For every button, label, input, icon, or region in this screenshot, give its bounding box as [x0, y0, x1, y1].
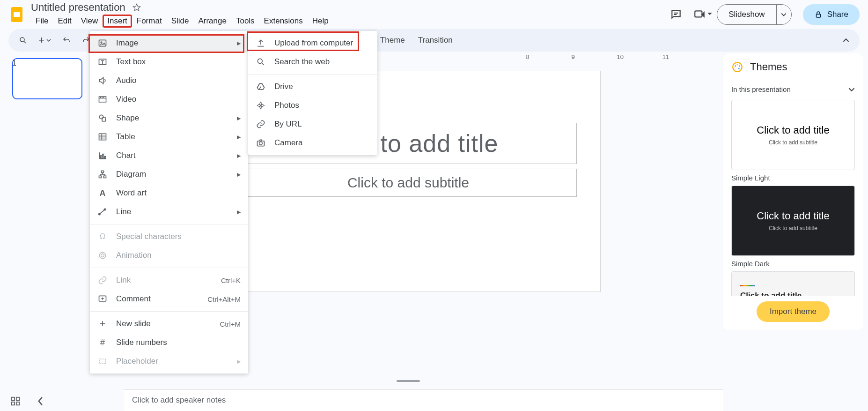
menubar: File Edit View Insert Format Slide Arran…	[31, 15, 670, 28]
collapse-toolbar-button[interactable]	[839, 35, 853, 45]
svg-point-31	[259, 142, 263, 145]
omega-icon: Ω	[97, 232, 108, 241]
image-icon	[97, 38, 108, 48]
chevron-down-icon	[848, 86, 855, 93]
share-button[interactable]: Share	[803, 4, 860, 25]
doc-title[interactable]: Untitled presentation	[31, 1, 125, 14]
star-icon[interactable]	[132, 3, 141, 12]
svg-point-7	[737, 64, 738, 65]
menu-arrange[interactable]: Arrange	[193, 15, 231, 28]
svg-point-25	[101, 254, 104, 257]
grid-view-icon[interactable]	[10, 396, 21, 406]
menu-item-line[interactable]: Line▶	[90, 202, 248, 221]
svg-rect-22	[104, 176, 106, 178]
slide-number: 1	[12, 59, 16, 67]
menu-item-table[interactable]: Table▶	[90, 127, 248, 146]
svg-rect-18	[103, 154, 104, 159]
submenu-photos[interactable]: Photos	[248, 96, 377, 115]
menu-edit[interactable]: Edit	[53, 15, 76, 28]
themes-section-toggle[interactable]: In this presentation	[723, 81, 863, 98]
menu-item-new-slide[interactable]: +New slideCtrl+M	[90, 314, 248, 333]
photos-icon	[256, 101, 266, 110]
svg-point-24	[104, 209, 105, 210]
notes-resize-handle[interactable]	[397, 380, 420, 382]
slides-logo[interactable]	[8, 6, 25, 23]
search-button[interactable]	[15, 34, 31, 46]
import-theme-button[interactable]: Import theme	[757, 301, 830, 322]
diagram-icon	[97, 170, 108, 179]
menu-help[interactable]: Help	[308, 15, 333, 28]
plus-icon: +	[97, 318, 108, 330]
svg-point-8	[739, 66, 740, 67]
svg-rect-21	[99, 176, 102, 178]
menu-item-animation: Animation	[90, 246, 248, 265]
menu-item-chart[interactable]: Chart▶	[90, 146, 248, 165]
menu-item-video[interactable]: Video	[90, 90, 248, 109]
svg-rect-19	[104, 157, 106, 159]
wordart-icon: A	[97, 188, 108, 198]
subtitle-placeholder[interactable]: Click to add subtitle	[240, 169, 577, 197]
submenu-search-web[interactable]: Search the web	[248, 52, 377, 71]
theme-button[interactable]: Theme	[375, 36, 410, 45]
svg-rect-33	[16, 397, 19, 400]
transition-button[interactable]: Transition	[413, 36, 457, 45]
placeholder-icon	[97, 357, 108, 366]
theme-streamline[interactable]: Click to add titleClick to add subtitle	[731, 271, 855, 296]
svg-point-4	[20, 37, 24, 42]
undo-button[interactable]	[59, 34, 74, 46]
slide-thumbnail-1[interactable]	[12, 58, 82, 99]
theme-simple-light[interactable]: Click to add titleClick to add subtitle …	[731, 100, 855, 182]
new-slide-button[interactable]: +	[35, 32, 55, 48]
menu-slide[interactable]: Slide	[167, 15, 194, 28]
upload-icon	[256, 38, 266, 48]
svg-point-5	[733, 62, 742, 72]
audio-icon	[97, 76, 108, 85]
palette-icon	[731, 61, 743, 73]
search-icon	[256, 57, 266, 67]
submenu-upload-computer[interactable]: Upload from computer	[248, 34, 377, 52]
present-icon[interactable]	[693, 8, 706, 21]
svg-rect-32	[12, 397, 15, 400]
table-icon	[97, 132, 108, 142]
svg-rect-3	[816, 14, 820, 17]
submenu-by-url[interactable]: By URL	[248, 115, 377, 134]
lock-icon	[814, 10, 823, 19]
submenu-drive[interactable]: Drive	[248, 77, 377, 96]
slideshow-dropdown[interactable]	[776, 5, 791, 24]
svg-point-9	[738, 68, 740, 69]
slideshow-button[interactable]: Slideshow	[717, 5, 776, 24]
menu-item-link: LinkCtrl+K	[90, 271, 248, 290]
menu-file[interactable]: File	[31, 15, 53, 28]
menu-item-comment[interactable]: CommentCtrl+Alt+M	[90, 290, 248, 308]
themes-panel: Themes In this presentation Click to add…	[723, 53, 863, 330]
line-icon	[97, 207, 108, 217]
share-label: Share	[827, 10, 848, 19]
svg-rect-17	[101, 156, 102, 159]
shape-icon	[97, 113, 108, 123]
insert-menu: Image▶ Text box Audio Video Shape▶ Table…	[90, 31, 248, 374]
svg-rect-28	[99, 359, 105, 364]
menu-extensions[interactable]: Extensions	[259, 15, 308, 28]
chevron-left-icon[interactable]	[37, 396, 44, 406]
animation-icon	[97, 251, 108, 260]
theme-simple-dark[interactable]: Click to add titleClick to add subtitle …	[731, 186, 855, 268]
menu-tools[interactable]: Tools	[231, 15, 259, 28]
menu-insert[interactable]: Insert	[103, 15, 132, 28]
link-icon	[97, 276, 108, 285]
menu-item-textbox[interactable]: Text box	[90, 52, 248, 71]
menu-item-audio[interactable]: Audio	[90, 71, 248, 90]
speaker-notes[interactable]: Click to add speaker notes	[124, 389, 723, 411]
menu-item-image[interactable]: Image▶	[90, 34, 248, 52]
svg-rect-1	[14, 12, 20, 17]
menu-item-shape[interactable]: Shape▶	[90, 109, 248, 127]
submenu-camera[interactable]: Camera	[248, 134, 377, 152]
svg-point-6	[735, 66, 736, 67]
comments-icon[interactable]	[670, 8, 682, 21]
menu-view[interactable]: View	[76, 15, 103, 28]
menu-item-slide-numbers[interactable]: #Slide numbers	[90, 333, 248, 352]
menu-item-diagram[interactable]: Diagram▶	[90, 165, 248, 184]
svg-rect-20	[102, 171, 104, 173]
drive-icon	[256, 82, 266, 91]
menu-item-wordart[interactable]: AWord art	[90, 184, 248, 202]
menu-format[interactable]: Format	[132, 15, 167, 28]
